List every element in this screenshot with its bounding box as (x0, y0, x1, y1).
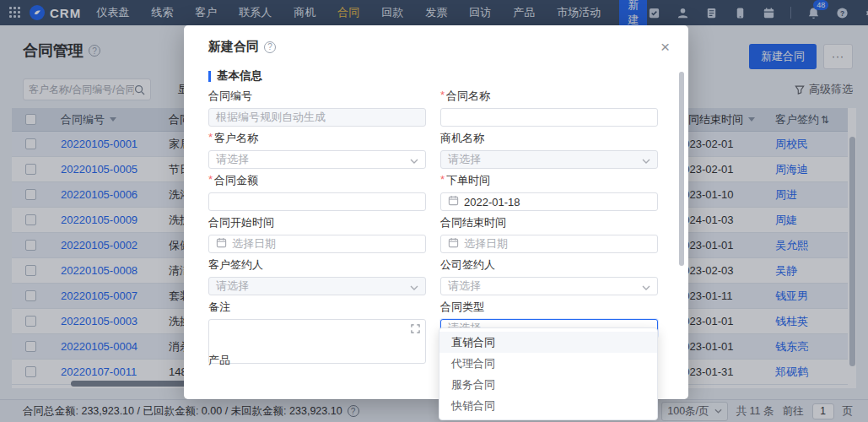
field-label: 公司签约人 (440, 257, 658, 273)
field-label: 合同开始时间 (208, 215, 426, 230)
field-下单时间: *下单时间2022-01-18 (440, 173, 658, 211)
required-mark: * (208, 173, 213, 188)
field-label: 客户签约人 (208, 257, 426, 273)
chevron-down-icon (642, 154, 650, 166)
field-text-input[interactable] (440, 108, 658, 127)
field-select-input[interactable]: 请选择 (208, 150, 426, 169)
modal-scrollbar[interactable] (679, 72, 684, 266)
field-value: 2022-01-18 (464, 196, 520, 208)
chevron-down-icon (642, 280, 650, 293)
close-icon[interactable]: × (660, 39, 670, 55)
field-date-input[interactable]: 选择日期 (440, 235, 658, 253)
calendar-icon (448, 237, 459, 251)
calendar-icon (216, 237, 227, 251)
section-basic-info: 基本信息 (208, 68, 688, 84)
field-商机名称: 商机名称请选择 (440, 131, 658, 169)
chevron-down-icon (410, 154, 418, 166)
field-date-input[interactable]: 2022-01-18 (440, 192, 658, 211)
field-select-input[interactable]: 请选择 (440, 277, 658, 295)
chevron-down-icon (410, 280, 418, 293)
field-date-input[interactable]: 选择日期 (208, 235, 426, 253)
field-value: 请选择 (448, 152, 481, 167)
field-合同结束时间: 合同结束时间选择日期 (440, 215, 658, 253)
field-label: 备注 (208, 300, 426, 315)
section-products: 产品 (208, 353, 230, 368)
field-合同名称: *合同名称 (440, 89, 658, 127)
field-合同金额: *合同金额 (208, 173, 426, 211)
field-text-input[interactable]: 根据编号规则自动生成 (208, 108, 426, 127)
dropdown-option-服务合同[interactable]: 服务合同 (439, 374, 657, 395)
field-value: 请选择 (448, 279, 481, 294)
field-select-input[interactable]: 请选择 (208, 277, 426, 295)
field-label: *客户名称 (208, 131, 426, 146)
required-mark: * (440, 89, 445, 104)
field-label: 合同类型 (440, 300, 658, 315)
contract-type-dropdown: 直销合同代理合同服务合同快销合同 (439, 327, 658, 420)
expand-icon[interactable] (411, 323, 420, 336)
field-合同编号: 合同编号根据编号规则自动生成 (208, 89, 426, 127)
field-value: 选择日期 (464, 236, 508, 252)
dropdown-option-快销合同[interactable]: 快销合同 (439, 395, 657, 416)
field-label: 商机名称 (440, 131, 658, 146)
field-select-input[interactable]: 请选择 (440, 150, 658, 169)
dropdown-option-代理合同[interactable]: 代理合同 (439, 353, 657, 374)
field-value: 选择日期 (232, 236, 276, 252)
field-label: *合同金额 (208, 173, 426, 188)
field-label: 合同结束时间 (440, 215, 658, 230)
required-mark: * (440, 173, 445, 188)
required-mark: * (208, 131, 213, 146)
field-label: *合同名称 (440, 89, 658, 104)
field-text-input[interactable] (208, 192, 426, 211)
field-公司签约人: 公司签约人请选择 (440, 257, 658, 295)
field-备注: 备注 (208, 300, 426, 364)
field-合同开始时间: 合同开始时间选择日期 (208, 215, 426, 253)
field-客户签约人: 客户签约人请选择 (208, 257, 426, 295)
dropdown-option-直销合同[interactable]: 直销合同 (439, 332, 657, 353)
calendar-icon (448, 195, 459, 208)
field-label: 合同编号 (208, 89, 426, 104)
field-label: *下单时间 (440, 173, 658, 188)
field-value: 请选择 (216, 279, 249, 294)
field-value: 请选择 (216, 152, 249, 167)
field-客户名称: *客户名称请选择 (208, 131, 426, 169)
modal-title: 新建合同 ? (208, 39, 276, 55)
field-textarea[interactable] (208, 319, 426, 364)
field-value: 根据编号规则自动生成 (216, 110, 326, 125)
modal-help-icon[interactable]: ? (264, 41, 276, 53)
